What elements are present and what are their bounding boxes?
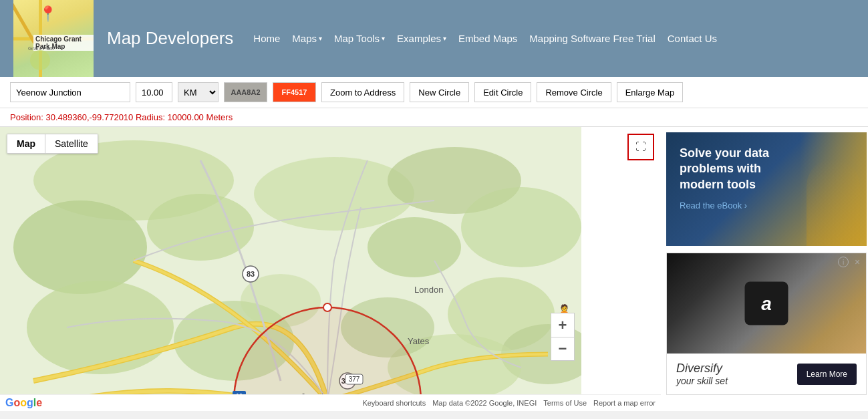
edit-circle-button[interactable]: Edit Circle: [474, 82, 531, 102]
nav-contact-us[interactable]: Contact Us: [668, 33, 717, 44]
toolbar: KM Miles AAA8A2 FF4517 Zoom to Address N…: [0, 77, 868, 108]
location-input[interactable]: [10, 82, 130, 102]
ad-bottom-content: Diversify your skill set Learn More: [667, 354, 866, 394]
unit-select[interactable]: KM Miles: [178, 82, 219, 102]
google-logo: Google: [5, 397, 42, 409]
ad-bottom-controls: i ×: [838, 257, 863, 267]
ad-top-heading: Solve your data problems with modern too…: [680, 146, 800, 192]
nav-map-tools[interactable]: Map Tools ▾: [334, 33, 385, 44]
nav-mapping-software[interactable]: Mapping Software Free Trial: [529, 33, 655, 44]
right-sidebar: Solve your data problems with modern too…: [661, 127, 868, 411]
svg-point-6: [461, 187, 581, 267]
map-view-button[interactable]: Map: [7, 134, 45, 153]
nav-home[interactable]: Home: [253, 33, 280, 44]
ad-text: Diversify your skill set: [676, 362, 728, 386]
ad-top: Solve your data problems with modern too…: [666, 132, 867, 246]
ad-info-icon[interactable]: i: [838, 257, 849, 267]
ad-logo-box: a: [745, 282, 788, 325]
ad-logo-text: a: [761, 293, 772, 314]
site-title: Map Developers: [107, 28, 233, 49]
radius-input[interactable]: [136, 82, 172, 102]
ad-bottom: i × a Diversify your skill set Learn Mor…: [666, 253, 867, 395]
nav-maps[interactable]: Maps ▾: [292, 33, 322, 44]
svg-text:Yates: Yates: [408, 336, 430, 346]
nav-maptools-arrow: ▾: [382, 35, 385, 42]
remove-circle-button[interactable]: Remove Circle: [537, 82, 611, 102]
map-footer: Google Keyboard shortcuts Map data ©2022…: [0, 394, 661, 411]
color-box-1[interactable]: AAA8A2: [224, 82, 267, 102]
svg-text:10: 10: [236, 392, 243, 394]
new-circle-button[interactable]: New Circle: [410, 82, 469, 102]
main-content: Map Satellite ⛶: [0, 127, 868, 411]
report-error-link[interactable]: Report a map error: [593, 399, 656, 407]
fullscreen-icon: ⛶: [635, 141, 646, 153]
zoom-out-button[interactable]: −: [551, 337, 575, 361]
terms-of-use-link[interactable]: Terms of Use: [543, 399, 587, 407]
learn-more-button[interactable]: Learn More: [797, 364, 857, 385]
ad-subheading: your skill set: [676, 376, 728, 386]
ad-heading: Diversify: [676, 362, 728, 376]
svg-point-3: [147, 194, 254, 261]
color-box-2[interactable]: FF4517: [273, 82, 316, 102]
ad-close-icon[interactable]: ×: [852, 257, 863, 267]
svg-text:London: London: [414, 285, 443, 295]
zoom-in-button[interactable]: +: [551, 313, 575, 337]
header: 📍 Chicago Grant Park Map Grant Park Map …: [0, 0, 868, 77]
nav-maps-arrow: ▾: [319, 35, 322, 42]
nav-examples-arrow: ▾: [443, 35, 446, 42]
zoom-to-address-button[interactable]: Zoom to Address: [321, 82, 404, 102]
ad-bottom-image: a: [667, 253, 866, 354]
nav-embed-maps[interactable]: Embed Maps: [458, 33, 517, 44]
satellite-view-button[interactable]: Satellite: [45, 134, 98, 153]
map-data-label: Map data ©2022 Google, INEGI: [432, 399, 537, 407]
logo: 📍 Chicago Grant Park Map Grant Park: [13, 0, 94, 77]
map-canvas[interactable]: 83 377 10 83 290: [0, 127, 581, 394]
svg-point-4: [254, 157, 414, 231]
zoom-controls: + −: [551, 313, 575, 361]
enlarge-map-button[interactable]: Enlarge Map: [617, 82, 684, 102]
ad-top-cta[interactable]: Read the eBook ›: [680, 200, 853, 211]
map-section: Map Satellite ⛶: [0, 127, 661, 411]
svg-point-26: [323, 303, 331, 311]
main-nav: Home Maps ▾ Map Tools ▾ Examples ▾ Embed…: [253, 33, 717, 44]
svg-text:Junction: Junction: [301, 392, 333, 394]
svg-point-2: [13, 200, 147, 294]
nav-examples[interactable]: Examples ▾: [397, 33, 446, 44]
map-type-controls: Map Satellite: [7, 134, 98, 154]
svg-text:83: 83: [247, 270, 255, 278]
keyboard-shortcuts-link[interactable]: Keyboard shortcuts: [362, 399, 426, 407]
logo-pin: 📍: [39, 5, 57, 23]
position-info: Position: 30.489360,-99.772010 Radius: 1…: [0, 108, 868, 127]
svg-point-7: [368, 217, 461, 277]
svg-text:377: 377: [349, 376, 360, 383]
fullscreen-button[interactable]: ⛶: [627, 134, 654, 160]
svg-point-10: [27, 281, 174, 374]
